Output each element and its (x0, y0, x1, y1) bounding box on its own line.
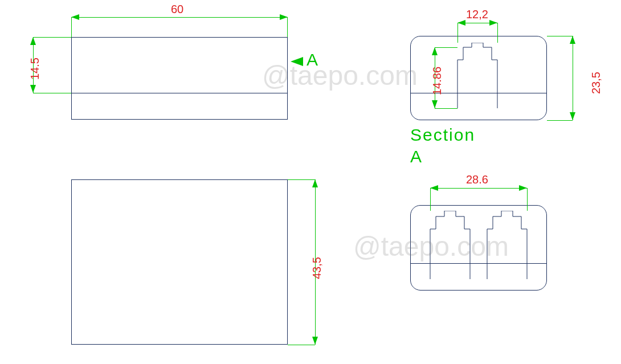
dim-43-5-ext-b (288, 345, 315, 345)
dim-12-2-ext-l (457, 23, 458, 43)
dim-60-ext-l (71, 17, 72, 37)
dim-23-5-label: 23,5 (590, 72, 603, 94)
dim-60-ext-r (287, 17, 288, 37)
dim-28-6-arrow-l (430, 185, 438, 191)
dim-23-5-line (573, 36, 573, 120)
dim-12-2-label: 12,2 (466, 8, 488, 21)
dim-43-5-label: 43,5 (310, 257, 324, 279)
technical-drawing: 60 14.5 A 12,2 14.86 23,5 Section A 43,5 (0, 0, 621, 364)
dim-60-arrow-l (71, 14, 79, 20)
dim-14-86-label: 14.86 (431, 67, 444, 95)
dim-28-6-ext-r (527, 188, 528, 211)
dim-23-5-ext-t (547, 36, 573, 36)
dim-28-6-label: 28.6 (466, 173, 488, 186)
dim-28-6-line (430, 188, 527, 189)
dim-43-5-ext-t (288, 179, 315, 180)
dim-14-86-arrow-b (432, 100, 438, 108)
dim-43-5-arrow-t (312, 179, 318, 187)
dim-60-line (71, 17, 288, 18)
bottom-left-outline (71, 179, 288, 345)
dim-14-86-arrow-t (432, 47, 438, 55)
dim-14-86-ext-b (435, 108, 457, 109)
section-a-jack (452, 43, 503, 108)
dim-43-5-arrow-b (312, 337, 318, 345)
dim-28-6-ext-l (430, 188, 431, 211)
section-label-text: Section (410, 125, 475, 145)
dim-14-5-ext-b (33, 93, 71, 93)
dim-23-5-arrow-t (570, 36, 575, 44)
dim-60-arrow-r (280, 14, 288, 20)
watermark-bottom: @taepo.com (353, 231, 509, 262)
dim-23-5-arrow-b (570, 112, 575, 120)
watermark-top: @taepo.com (262, 60, 418, 91)
section-label-letter: A (410, 147, 423, 166)
dim-28-6-arrow-r (519, 185, 527, 191)
top-left-divider1 (71, 93, 288, 93)
dim-23-5-ext-b (547, 120, 573, 121)
dim-12-2-ext-r (497, 23, 498, 43)
dim-12-2-arrow-r (489, 20, 497, 26)
dim-14-5-ext-t (33, 37, 71, 38)
dim-14-5-arrow-t (30, 37, 36, 45)
dim-12-2-arrow-l (457, 20, 465, 26)
dim-14-5-arrow-b (30, 85, 36, 93)
dim-60-label: 60 (171, 3, 183, 16)
dim-14-86-ext-t (435, 47, 457, 48)
top-left-outline (71, 37, 288, 120)
dim-14-5-label: 14.5 (28, 58, 42, 80)
